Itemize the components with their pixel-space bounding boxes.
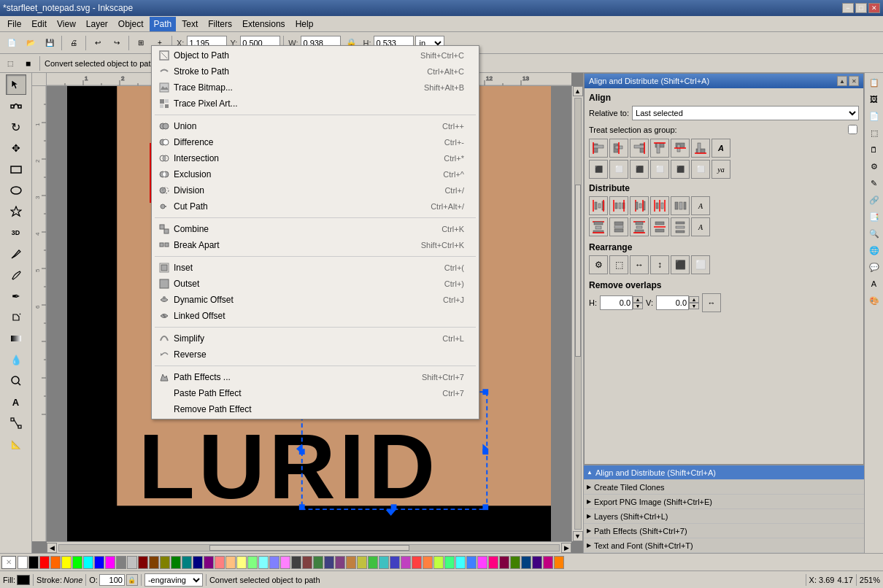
menu-extensions[interactable]: Extensions xyxy=(238,17,290,31)
color-swatch[interactable] xyxy=(477,556,487,569)
menu-edit[interactable]: Edit xyxy=(27,17,51,31)
tool-3d[interactable]: 3D xyxy=(6,223,26,243)
tool-connector[interactable] xyxy=(6,413,26,433)
path-menu-intersection[interactable]: Intersection Ctrl+* xyxy=(152,150,479,166)
color-swatch[interactable] xyxy=(379,556,389,569)
color-swatch[interactable] xyxy=(215,556,225,569)
color-swatch[interactable] xyxy=(269,556,279,569)
right-tool-8[interactable]: 🔗 xyxy=(866,192,882,208)
color-swatch[interactable] xyxy=(554,556,564,569)
color-swatch[interactable] xyxy=(510,556,520,569)
align-center-h-btn[interactable] xyxy=(609,139,628,158)
path-menu-linked-offset[interactable]: Linked Offset xyxy=(152,308,479,324)
color-swatch[interactable] xyxy=(61,556,72,569)
menu-text[interactable]: Text xyxy=(177,17,202,31)
align-anchor6[interactable]: ⬜ xyxy=(691,160,710,179)
tool-ellipse[interactable] xyxy=(6,180,26,201)
color-swatch[interactable] xyxy=(149,556,159,569)
color-swatch[interactable] xyxy=(390,556,400,569)
color-swatch[interactable] xyxy=(182,556,192,569)
color-swatch[interactable] xyxy=(171,556,181,569)
align-anchor3[interactable]: ⬛ xyxy=(630,160,649,179)
path-menu-outset[interactable]: Outset Ctrl+) xyxy=(152,276,479,292)
h-scroll-thumb[interactable] xyxy=(209,545,409,551)
scroll-right-btn[interactable]: ▶ xyxy=(561,543,571,553)
right-tool-1[interactable]: 📋 xyxy=(866,74,882,90)
menu-filters[interactable]: Filters xyxy=(204,17,236,31)
path-menu-break-apart[interactable]: Break Apart Shift+Ctrl+K xyxy=(152,237,479,253)
tool-tweak[interactable]: ↻ xyxy=(6,117,26,137)
align-anchor2[interactable]: ⬜ xyxy=(609,160,628,179)
menu-help[interactable]: Help xyxy=(291,17,318,31)
toolbar-open[interactable]: 📂 xyxy=(22,34,39,52)
opacity-lock-btn[interactable]: 🔒 xyxy=(126,574,138,586)
tool-dropper[interactable]: 💧 xyxy=(6,349,26,370)
color-swatch[interactable] xyxy=(127,556,137,569)
path-menu-cutpath[interactable]: Cut Path Ctrl+Alt+/ xyxy=(152,198,479,214)
h-scrollbar[interactable]: ◀ ▶ xyxy=(47,541,571,553)
scroll-down-btn[interactable]: ▼ xyxy=(573,531,583,541)
align-bottom-btn[interactable] xyxy=(691,139,710,158)
rearrange-btn3[interactable]: ↔ xyxy=(630,255,649,274)
color-swatch[interactable] xyxy=(302,556,312,569)
pathbar-btn1[interactable]: ⬚ xyxy=(3,56,18,71)
dist-btn7[interactable] xyxy=(589,217,608,236)
h-value-input[interactable]: 0.0 xyxy=(600,295,633,310)
tool-select[interactable] xyxy=(6,74,26,95)
color-swatch[interactable] xyxy=(324,556,334,569)
color-swatch[interactable] xyxy=(225,556,236,569)
rearrange-btn2[interactable]: ⬚ xyxy=(609,255,628,274)
color-swatch[interactable] xyxy=(50,556,61,569)
color-swatch[interactable] xyxy=(204,556,214,569)
dist-btn2[interactable] xyxy=(609,196,628,215)
color-swatch[interactable] xyxy=(521,556,531,569)
align-anchor5[interactable]: ⬛ xyxy=(671,160,690,179)
h-spin-up[interactable]: ▲ xyxy=(633,296,643,303)
dist-btn4[interactable] xyxy=(650,196,669,215)
dist-btn10[interactable] xyxy=(650,217,669,236)
tool-pen[interactable] xyxy=(6,244,26,264)
rearrange-btn4[interactable]: ↕ xyxy=(650,255,669,274)
menu-object[interactable]: Object xyxy=(114,17,148,31)
right-tool-7[interactable]: ✎ xyxy=(866,175,882,191)
tool-gradient[interactable] xyxy=(6,328,26,349)
panel-list-item-align[interactable]: ▲ Align and Distribute (Shift+Ctrl+A) xyxy=(584,465,864,480)
path-menu-exclusion[interactable]: Exclusion Ctrl+^ xyxy=(152,166,479,182)
dist-btn3[interactable] xyxy=(630,196,649,215)
color-swatch[interactable] xyxy=(236,556,247,569)
tool-bucket[interactable] xyxy=(6,307,26,328)
color-swatch[interactable] xyxy=(160,556,170,569)
color-swatch[interactable] xyxy=(39,556,50,569)
color-swatch[interactable] xyxy=(335,556,345,569)
color-swatch[interactable] xyxy=(105,556,115,569)
right-tool-3[interactable]: 📄 xyxy=(866,108,882,124)
color-swatch[interactable] xyxy=(313,556,323,569)
color-swatch[interactable] xyxy=(433,556,444,569)
color-swatch[interactable] xyxy=(423,556,433,569)
v-scrollbar[interactable]: ▲ ▼ xyxy=(571,86,583,541)
panel-collapse-btn[interactable]: ▲ xyxy=(837,76,847,86)
toolbar-redo[interactable]: ↪ xyxy=(108,34,126,52)
right-tool-14[interactable]: 🎨 xyxy=(866,293,882,309)
minimize-button[interactable]: − xyxy=(842,3,854,13)
color-swatch[interactable] xyxy=(412,556,422,569)
align-left-btn[interactable] xyxy=(589,139,608,158)
path-menu-paste-effect[interactable]: Paste Path Effect Ctrl+7 xyxy=(152,385,479,401)
path-menu-division[interactable]: Division Ctrl+/ xyxy=(152,182,479,198)
v-value-input[interactable]: 0.0 xyxy=(656,295,689,310)
path-menu-difference[interactable]: Difference Ctrl+- xyxy=(152,134,479,150)
v-spin-up[interactable]: ▲ xyxy=(689,296,699,303)
align-right-btn[interactable] xyxy=(630,139,649,158)
right-tool-2[interactable]: 🖼 xyxy=(866,91,882,107)
rearrange-btn6[interactable]: ⬜ xyxy=(691,255,710,274)
path-menu-object-to-path[interactable]: Object to Path Shift+Ctrl+C xyxy=(152,47,479,63)
tool-text[interactable]: A xyxy=(6,392,26,412)
color-swatch[interactable] xyxy=(280,556,290,569)
color-swatch[interactable] xyxy=(455,556,466,569)
stroke-indicator[interactable]: Stroke: None xyxy=(36,576,82,584)
color-swatch[interactable] xyxy=(346,556,356,569)
menu-path[interactable]: Path xyxy=(150,17,177,31)
path-menu-remove-effect[interactable]: Remove Path Effect xyxy=(152,401,479,417)
color-swatch[interactable] xyxy=(291,556,301,569)
color-swatch[interactable] xyxy=(193,556,203,569)
